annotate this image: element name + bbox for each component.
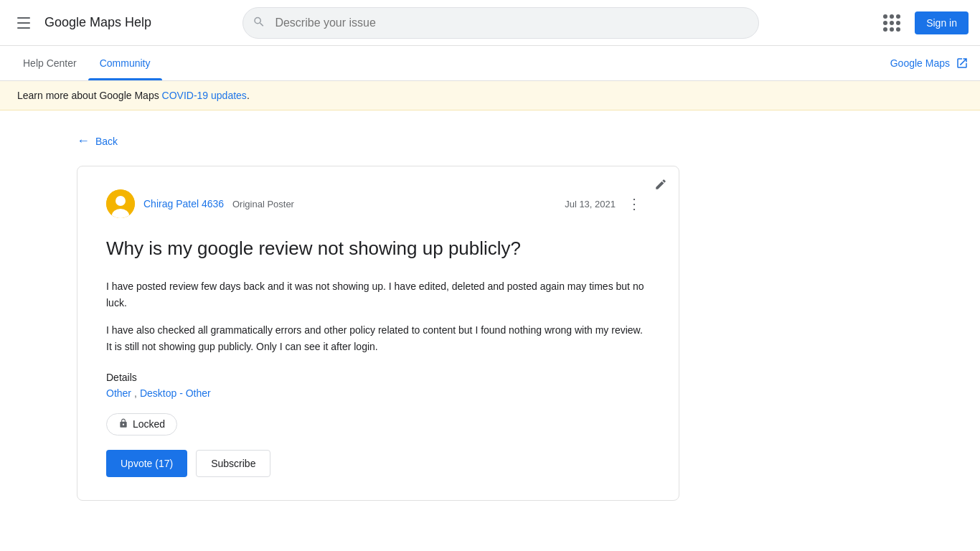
details-links: Other , Desktop - Other xyxy=(106,387,644,399)
back-label: Back xyxy=(95,136,118,147)
external-link-icon xyxy=(956,57,969,70)
nav-left: Help Center Community xyxy=(11,46,162,80)
post-body-p2: I have also checked all grammatically er… xyxy=(106,322,644,354)
locked-label: Locked xyxy=(133,418,165,430)
lock-icon xyxy=(118,418,128,430)
header: Google Maps Help Sign in xyxy=(0,0,980,46)
search-icon xyxy=(253,15,265,30)
detail-link-desktop[interactable]: Desktop - Other xyxy=(140,387,211,399)
apps-grid xyxy=(883,14,900,32)
author-info: Chirag Patel 4636 Original Poster xyxy=(143,198,294,209)
locked-badge: Locked xyxy=(106,413,177,435)
details-section: Details Other , Desktop - Other xyxy=(106,372,644,399)
upvote-button[interactable]: Upvote (17) xyxy=(106,450,187,477)
back-link[interactable]: ← Back xyxy=(77,133,903,149)
author-badge: Original Poster xyxy=(232,199,294,209)
banner-covid-link[interactable]: COVID-19 updates xyxy=(162,90,247,101)
post-body: I have posted review few days back and i… xyxy=(106,278,644,354)
google-maps-external-label: Google Maps xyxy=(890,57,950,69)
apps-icon[interactable] xyxy=(877,9,906,37)
more-options-icon[interactable]: ⋮ xyxy=(624,194,644,214)
search-input[interactable] xyxy=(242,7,759,39)
header-right: Sign in xyxy=(877,9,969,37)
post-title: Why is my google review not showing up p… xyxy=(106,235,644,261)
post-header: Chirag Patel 4636 Original Poster Jul 13… xyxy=(106,189,644,218)
banner-text-after: . xyxy=(247,90,250,101)
nav-item-community[interactable]: Community xyxy=(88,46,162,80)
edit-icon[interactable] xyxy=(654,178,667,194)
post-date: Jul 13, 2021 xyxy=(565,199,616,209)
menu-icon[interactable] xyxy=(11,11,36,34)
post-card: Chirag Patel 4636 Original Poster Jul 13… xyxy=(77,166,679,501)
sign-in-button[interactable]: Sign in xyxy=(915,11,969,34)
nav-bar: Help Center Community Google Maps xyxy=(0,46,980,81)
subscribe-button[interactable]: Subscribe xyxy=(196,450,270,477)
post-body-p1: I have posted review few days back and i… xyxy=(106,278,644,311)
search-bar xyxy=(242,7,759,39)
nav-item-help-center[interactable]: Help Center xyxy=(11,46,88,80)
svg-point-1 xyxy=(116,196,126,206)
detail-sep: , xyxy=(134,387,137,399)
back-arrow-icon: ← xyxy=(77,133,90,149)
post-meta-right: Jul 13, 2021 ⋮ xyxy=(565,194,644,214)
banner-text-before: Learn more about Google Maps xyxy=(17,90,162,101)
header-left: Google Maps Help xyxy=(11,11,184,34)
author-name[interactable]: Chirag Patel 4636 xyxy=(143,198,224,209)
nav-right-google-maps[interactable]: Google Maps xyxy=(890,57,969,70)
detail-link-other[interactable]: Other xyxy=(106,387,131,399)
covid-banner: Learn more about Google Maps COVID-19 up… xyxy=(0,81,980,110)
app-title: Google Maps Help xyxy=(44,15,151,30)
post-author: Chirag Patel 4636 Original Poster xyxy=(106,189,294,218)
details-label: Details xyxy=(106,372,644,383)
main-content: ← Back Chirag Patel 4636 xyxy=(60,110,920,524)
avatar xyxy=(106,189,135,218)
post-actions: Upvote (17) Subscribe xyxy=(106,450,644,477)
